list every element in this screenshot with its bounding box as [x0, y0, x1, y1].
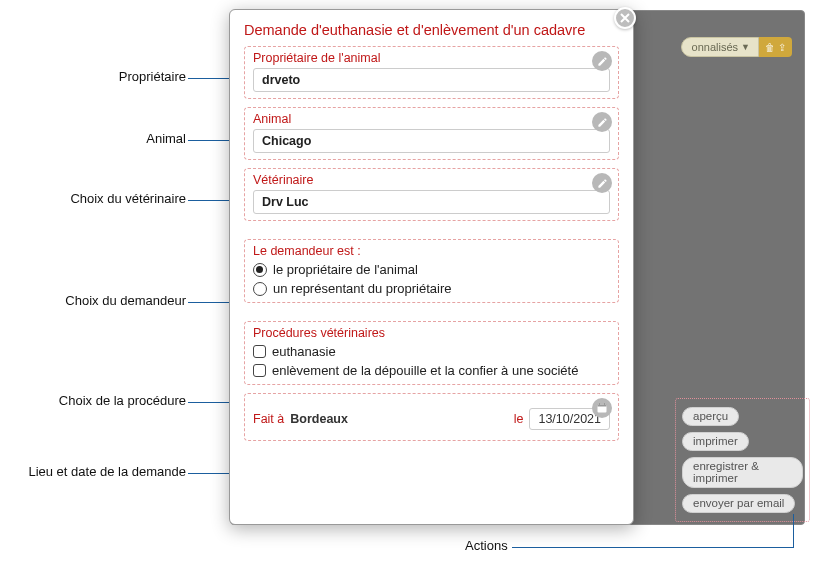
checkbox-icon[interactable] — [253, 364, 266, 377]
place-date-group: Fait à Bordeaux le 13/10/2021 — [244, 393, 619, 441]
requester-group: Le demandeur est : le propriétaire de l'… — [244, 239, 619, 303]
modal-title: Demande d'euthanasie et d'enlèvement d'u… — [244, 22, 619, 38]
owner-field-group: Propriétaire de l'animal drveto — [244, 46, 619, 99]
anno-requester: Choix du demandeur — [0, 293, 186, 308]
owner-value[interactable]: drveto — [253, 68, 610, 92]
svg-rect-3 — [604, 403, 605, 406]
procedures-group: Procédures vétérinaires euthanasie enlèv… — [244, 321, 619, 385]
fait-a-label: Fait à — [253, 412, 284, 426]
animal-field-group: Animal Chicago — [244, 107, 619, 160]
edit-owner-button[interactable] — [592, 51, 612, 71]
vet-field-group: Vétérinaire Drv Luc — [244, 168, 619, 221]
animal-label: Animal — [253, 112, 610, 126]
calendar-icon — [596, 402, 608, 414]
anno-animal: Animal — [0, 131, 186, 146]
trash-icon[interactable]: 🗑 — [765, 42, 775, 53]
requester-option-owner[interactable]: le propriétaire de l'animal — [253, 262, 610, 277]
anno-line — [512, 547, 794, 548]
svg-rect-2 — [599, 403, 600, 406]
radio-icon[interactable] — [253, 263, 267, 277]
radio-icon[interactable] — [253, 282, 267, 296]
checkbox-icon[interactable] — [253, 345, 266, 358]
anno-procedure: Choix de la procédure — [0, 393, 186, 408]
animal-value[interactable]: Chicago — [253, 129, 610, 153]
save-and-print-button[interactable]: enregistrer & imprimer — [682, 457, 803, 488]
bg-toolbar: onnalisés ▼ 🗑 ⇪ — [681, 37, 792, 57]
close-button[interactable] — [614, 7, 636, 29]
pencil-icon — [597, 117, 608, 128]
calendar-button[interactable] — [592, 398, 612, 418]
owner-label: Propriétaire de l'animal — [253, 51, 610, 65]
vet-label: Vétérinaire — [253, 173, 610, 187]
euthanasia-request-modal: Demande d'euthanasie et d'enlèvement d'u… — [229, 9, 634, 525]
place-value[interactable]: Bordeaux — [290, 412, 507, 426]
anno-tick — [793, 514, 794, 547]
vet-value[interactable]: Drv Luc — [253, 190, 610, 214]
anno-place-date: Lieu et date de la demande — [0, 464, 186, 479]
requester-opt2-label: un représentant du propriétaire — [273, 281, 452, 296]
upload-icon[interactable]: ⇪ — [778, 42, 786, 53]
requester-option-representative[interactable]: un représentant du propriétaire — [253, 281, 610, 296]
preview-button[interactable]: aperçu — [682, 407, 739, 426]
chevron-down-icon: ▼ — [741, 42, 750, 52]
close-icon — [620, 13, 630, 23]
procedure-euthanasia[interactable]: euthanasie — [253, 344, 610, 359]
procedure-removal[interactable]: enlèvement de la dépouille et la confier… — [253, 363, 610, 378]
print-button[interactable]: imprimer — [682, 432, 749, 451]
le-label: le — [514, 412, 524, 426]
pencil-icon — [597, 178, 608, 189]
edit-animal-button[interactable] — [592, 112, 612, 132]
svg-rect-1 — [598, 405, 607, 407]
requester-label: Le demandeur est : — [253, 244, 610, 258]
pencil-icon — [597, 56, 608, 67]
procedure-opt2-label: enlèvement de la dépouille et la confier… — [272, 363, 578, 378]
actions-panel: aperçu imprimer enregistrer & imprimer e… — [675, 398, 810, 522]
send-email-button[interactable]: envoyer par email — [682, 494, 795, 513]
bg-dropdown-label: onnalisés — [692, 41, 738, 53]
procedures-label: Procédures vétérinaires — [253, 326, 610, 340]
bg-icon-group[interactable]: 🗑 ⇪ — [759, 37, 792, 57]
anno-owner: Propriétaire — [0, 69, 186, 84]
edit-vet-button[interactable] — [592, 173, 612, 193]
requester-opt1-label: le propriétaire de l'animal — [273, 262, 418, 277]
procedure-opt1-label: euthanasie — [272, 344, 336, 359]
bg-dropdown[interactable]: onnalisés ▼ — [681, 37, 759, 57]
anno-vet: Choix du vétérinaire — [0, 191, 186, 206]
anno-actions: Actions — [465, 538, 508, 553]
